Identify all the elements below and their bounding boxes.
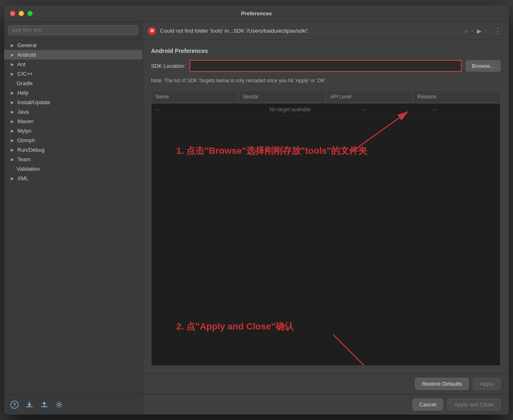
chevron-right-icon — [11, 119, 15, 124]
title-bar: Preferences — [4, 5, 509, 22]
svg-marker-7 — [42, 401, 46, 404]
sidebar-item-xml[interactable]: XML — [4, 174, 142, 183]
minimize-button[interactable] — [19, 11, 24, 16]
table-body: -- No target available -- -- — [151, 103, 500, 366]
bottom-buttons: Restore Defaults Apply Cancel Apply and … — [143, 373, 509, 415]
error-icon: ✕ — [148, 27, 156, 35]
sdk-label: SDK Location: — [151, 63, 185, 69]
kebab-menu-icon[interactable]: ⋮ — [491, 26, 504, 36]
chevron-right-icon — [11, 129, 15, 133]
browse-button[interactable]: Browse... — [466, 60, 501, 72]
annotation-arrows-svg — [151, 103, 500, 366]
close-button[interactable] — [10, 11, 15, 16]
nav-back-icon[interactable]: ◀ — [462, 27, 470, 35]
sidebar-item-gradle[interactable]: Gradle — [4, 79, 142, 88]
chevron-right-icon — [11, 91, 15, 95]
sidebar-item-android[interactable]: Android — [4, 50, 142, 60]
annotation-overlay: 1. 点击"Browse"选择刚刚存放"tools"的文件夹 2. 点"Appl… — [151, 103, 500, 366]
nav-forward-icon[interactable]: ▶ — [475, 27, 483, 35]
bottom-row1: Restore Defaults Apply — [143, 374, 509, 394]
window-title: Preferences — [241, 10, 272, 17]
sdk-row: SDK Location: Browse... — [151, 60, 501, 72]
chevron-right-icon — [11, 52, 15, 57]
empty-cell-3: -- — [429, 105, 500, 114]
col-revision: Revision — [413, 92, 500, 101]
search-input[interactable] — [8, 25, 138, 35]
sidebar-item-oomph[interactable]: Oomph — [4, 136, 142, 145]
sidebar-item-ant[interactable]: Ant — [4, 60, 142, 69]
chevron-right-icon — [11, 62, 15, 67]
chevron-right-icon — [11, 72, 15, 76]
empty-cell-2: -- — [357, 105, 429, 114]
sidebar-item-install-update[interactable]: Install/Update — [4, 98, 142, 107]
sidebar-item-general[interactable]: General — [4, 41, 142, 50]
svg-rect-2 — [26, 406, 33, 407]
svg-rect-5 — [41, 406, 48, 407]
cancel-button[interactable]: Cancel — [412, 399, 443, 410]
maximize-button[interactable] — [27, 11, 33, 16]
sidebar-item-cpp[interactable]: C/C++ — [4, 69, 142, 79]
col-vendor: Vendor — [239, 92, 326, 101]
error-banner: ✕ Could not find folder 'tools' in...SDK… — [143, 22, 509, 40]
prefs-content: Android Preferences SDK Location: Browse… — [143, 40, 509, 373]
svg-marker-4 — [27, 404, 31, 406]
chevron-right-icon — [11, 110, 15, 114]
sidebar-search-container — [4, 22, 142, 39]
chevron-right-icon — [11, 43, 15, 48]
main-content: General Android Ant C/C++ Gradle — [4, 22, 509, 415]
preferences-window: Preferences General Android Ant — [4, 5, 509, 415]
table-header: Name Vendor API Level Revision — [151, 91, 500, 103]
svg-point-8 — [58, 403, 60, 406]
col-name: Name — [151, 92, 239, 101]
chevron-right-icon — [11, 100, 15, 105]
chevron-right-icon — [11, 157, 15, 162]
target-table: Name Vendor API Level Revision -- No tar… — [151, 90, 501, 366]
nav-forward-separator: ▾ — [485, 28, 487, 34]
svg-line-10 — [350, 112, 408, 153]
section-title: Android Preferences — [151, 48, 501, 54]
sidebar-item-validation[interactable]: Validation — [4, 164, 142, 174]
apply-button: Apply — [473, 378, 501, 390]
col-api: API Level — [326, 92, 413, 101]
bottom-row2: Cancel Apply and Close — [143, 394, 509, 415]
svg-text:?: ? — [13, 402, 16, 408]
nav-separator: ▾ — [471, 28, 474, 34]
sidebar-item-mylyn[interactable]: Mylyn — [4, 126, 142, 136]
restore-defaults-button[interactable]: Restore Defaults — [415, 378, 469, 390]
right-panel: ✕ Could not find folder 'tools' in...SDK… — [143, 22, 509, 415]
chevron-right-icon — [11, 138, 15, 143]
sidebar-bottom-bar: ? — [4, 394, 142, 415]
sidebar-tree: General Android Ant C/C++ Gradle — [4, 39, 142, 394]
sdk-location-input[interactable] — [190, 61, 461, 71]
sdk-input-wrapper — [189, 60, 462, 72]
sidebar-item-team[interactable]: Team — [4, 155, 142, 164]
sidebar-item-java[interactable]: Java — [4, 107, 142, 117]
traffic-lights — [10, 11, 33, 16]
sidebar-item-maven[interactable]: Maven — [4, 117, 142, 126]
preferences-icon[interactable] — [55, 400, 64, 409]
sidebar: General Android Ant C/C++ Gradle — [4, 22, 143, 415]
apply-and-close-button[interactable]: Apply and Close — [447, 399, 501, 410]
annotation-text-2: 2. 点"Apply and Close"确认 — [176, 320, 294, 333]
sidebar-item-run-debug[interactable]: Run/Debug — [4, 145, 142, 155]
chevron-right-icon — [11, 148, 15, 152]
note-text: Note: The list of SDK Targets below is o… — [151, 77, 501, 84]
empty-cell-1: -- — [151, 105, 223, 114]
svg-line-11 — [333, 335, 383, 366]
no-target-row: -- No target available -- -- — [151, 103, 500, 116]
no-target-label: No target available — [223, 105, 357, 114]
error-message: Could not find folder 'tools' in...SDK '… — [160, 28, 458, 34]
annotation-text-1: 1. 点击"Browse"选择刚刚存放"tools"的文件夹 — [176, 145, 367, 157]
nav-arrows: ◀ ▾ ▶ ▾ — [462, 27, 487, 35]
help-icon[interactable]: ? — [10, 400, 19, 409]
export-icon[interactable] — [40, 400, 49, 409]
import-icon[interactable] — [25, 400, 34, 409]
sidebar-item-help[interactable]: Help — [4, 88, 142, 98]
chevron-right-icon — [11, 176, 15, 181]
